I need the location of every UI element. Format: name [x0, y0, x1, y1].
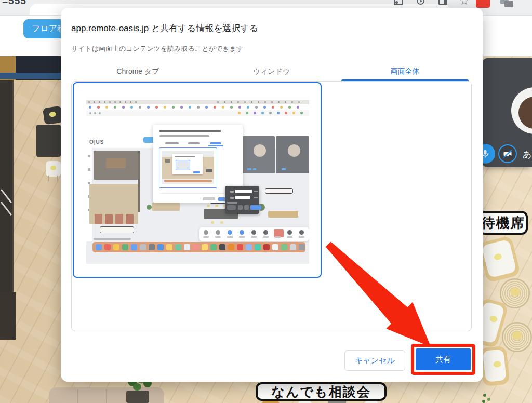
plant-pot — [126, 391, 149, 403]
side-panel-icon[interactable] — [438, 0, 447, 5]
plant-sprig — [482, 400, 485, 403]
waiting-seat-sign: 待機席 — [478, 211, 528, 235]
cast-icon[interactable] — [394, 0, 403, 5]
dialog-subtitle: サイトは画面上のコンテンツを読み取ることができます — [71, 44, 243, 53]
armchair — [479, 345, 510, 386]
share-source-tabs: Chrome タブ ウィンドウ 画面全体 — [71, 62, 472, 81]
tab-entire-screen[interactable]: 画面全体 — [338, 62, 472, 81]
screen-share-dialog: app.remote-oasis.jp と共有する情報を選択する サイトは画面上… — [61, 8, 483, 382]
recording-extension-icon[interactable] — [476, 0, 490, 8]
dialog-title: app.remote-oasis.jp と共有する情報を選択する — [71, 22, 258, 34]
armchair — [478, 235, 521, 283]
address-bar-text: =555 — [2, 0, 26, 7]
screen-preview-thumbnail[interactable]: O|US — [73, 82, 322, 278]
plant-leaves — [133, 383, 141, 391]
screen-preview-thumbnail-image: O|US — [86, 97, 309, 264]
share-icon[interactable] — [504, 1, 513, 7]
shelf-left-lower — [0, 292, 16, 340]
camera-off-button[interactable] — [498, 144, 517, 163]
doorway-mat — [0, 73, 61, 79]
rattan-chair — [500, 278, 530, 308]
bookmark-star-icon[interactable]: ☆ — [459, 0, 469, 7]
table-leg — [57, 176, 58, 181]
side-table — [46, 161, 61, 177]
tab-window[interactable]: ウィンドウ — [205, 62, 338, 81]
shelf-left — [0, 80, 14, 293]
plant-sprig — [483, 394, 486, 397]
table-leg — [48, 176, 49, 181]
plant-sprig — [487, 398, 490, 401]
camera-off-icon — [502, 149, 513, 159]
tab-chrome-tab[interactable]: Chrome タブ — [71, 62, 205, 81]
dark-table — [36, 125, 61, 157]
rattan-chair — [502, 322, 532, 352]
mini-app-logo: O|US — [89, 139, 104, 145]
thumbnail-detail — [86, 97, 309, 264]
participant-name: あ — [523, 149, 531, 160]
consultation-sign: なんでも相談会 — [256, 382, 387, 401]
red-arrow-annotation — [323, 238, 440, 360]
